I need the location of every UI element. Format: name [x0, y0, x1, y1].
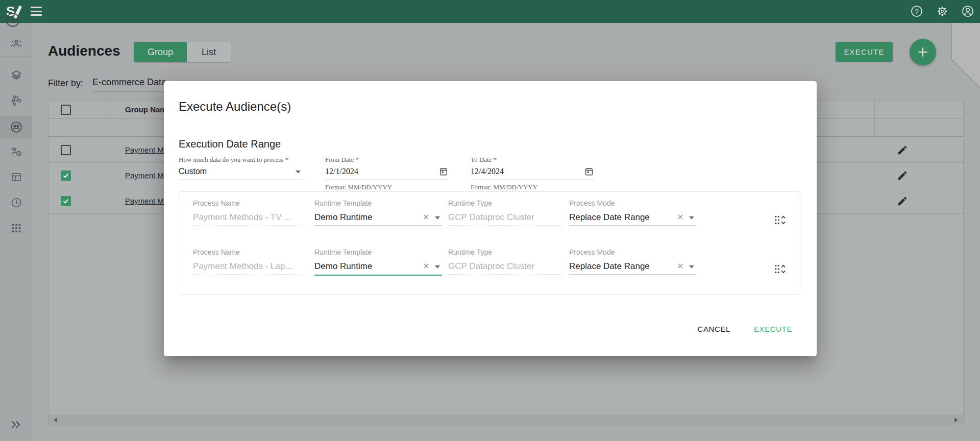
clear-icon[interactable] — [677, 213, 684, 220]
data-amount-field[interactable]: How much data do you want to process * C… — [179, 156, 303, 180]
edit-pencil-icon[interactable] — [897, 195, 908, 207]
sidebar-item-audiences[interactable] — [0, 116, 32, 138]
data-amount-value: Custom — [179, 167, 296, 180]
chevron-down-icon — [435, 265, 440, 268]
process-name-value: Payment Methods - Lap... — [193, 261, 306, 275]
process-mode-value: Replace Date Range — [569, 261, 677, 275]
left-nav-sidebar — [0, 23, 32, 441]
process-row: Process Name Payment Methods - Lap... Ru… — [179, 248, 800, 290]
runtime-template-field[interactable]: Runtime Template Demo Runtime — [314, 248, 442, 276]
data-amount-label: How much data do you want to process * — [179, 156, 303, 164]
drag-reorder-icon[interactable] — [773, 262, 787, 276]
clear-icon[interactable] — [423, 262, 430, 270]
layout-icon — [10, 171, 22, 183]
scroll-right-icon[interactable] — [954, 418, 958, 423]
edit-pencil-icon[interactable] — [897, 144, 908, 156]
execute-button-top[interactable]: EXECUTE — [836, 42, 893, 62]
sidebar-item-layout[interactable] — [0, 166, 32, 188]
sidebar-bottom-divider — [0, 411, 32, 411]
runtime-template-value: Demo Runtime — [314, 261, 423, 275]
side-panel-flap — [951, 23, 980, 88]
runtime-template-label: Runtime Template — [314, 248, 442, 259]
filter-by-label: Filter by: — [48, 78, 83, 89]
from-date-field[interactable]: From Date * 12/1/2024 Format: MM/DD/YYYY — [325, 156, 448, 191]
runtime-type-label: Runtime Type — [448, 199, 561, 210]
date-format-hint: Format: MM/DD/YYYY — [325, 183, 448, 191]
view-toggle: Group List — [134, 42, 231, 62]
clear-icon[interactable] — [677, 262, 684, 270]
layers-icon — [10, 69, 22, 82]
toggle-group-button[interactable]: Group — [134, 42, 187, 62]
process-name-label: Process Name — [193, 248, 306, 259]
settings-gear-icon[interactable] — [936, 5, 948, 17]
runtime-template-field[interactable]: Runtime Template Demo Runtime — [314, 199, 442, 226]
process-mode-field[interactable]: Process Mode Replace Date Range — [569, 199, 696, 226]
runtime-type-label: Runtime Type — [448, 248, 561, 259]
cancel-button[interactable]: CANCEL — [689, 320, 738, 337]
process-row: Process Name Payment Methods - TV ... Ru… — [179, 199, 800, 241]
process-list-card: Process Name Payment Methods - TV ... Ru… — [179, 191, 800, 295]
sidebar-item-apps[interactable] — [0, 217, 32, 239]
column-divider — [874, 101, 875, 137]
chevron-down-icon — [435, 216, 440, 219]
toggle-list-button[interactable]: List — [187, 42, 231, 62]
clock-icon — [10, 197, 22, 209]
runtime-type-field: Runtime Type GCP Dataproc Cluster — [448, 199, 561, 226]
drag-reorder-icon[interactable] — [773, 213, 787, 227]
process-mode-field[interactable]: Process Mode Replace Date Range — [569, 248, 696, 275]
svg-text:?: ? — [915, 8, 918, 15]
groups-icon — [10, 37, 23, 51]
dialog-title: Execute Audience(s) — [179, 100, 291, 114]
schema-icon — [10, 94, 22, 107]
edit-pencil-icon[interactable] — [897, 170, 908, 181]
to-date-label: To Date * — [471, 156, 594, 164]
clear-icon[interactable] — [423, 213, 430, 220]
people-clock-icon — [10, 145, 23, 158]
date-format-hint: Format: MM/DD/YYYY — [471, 183, 594, 191]
process-mode-label: Process Mode — [569, 248, 696, 259]
page-title: Audiences — [48, 43, 120, 59]
sidebar-item-audience-status[interactable] — [0, 140, 32, 163]
sidebar-item-schema[interactable] — [0, 89, 32, 112]
scroll-left-icon[interactable] — [54, 418, 57, 423]
row-checkbox[interactable] — [61, 196, 71, 206]
select-all-checkbox[interactable] — [61, 105, 71, 115]
sidebar-item-groups[interactable] — [0, 33, 32, 55]
runtime-type-field: Runtime Type GCP Dataproc Cluster — [448, 248, 561, 275]
activity-pulse-icon[interactable] — [5, 12, 21, 28]
process-mode-value: Replace Date Range — [569, 212, 677, 226]
execute-button[interactable]: EXECUTE — [746, 320, 800, 337]
process-name-field: Process Name Payment Methods - TV ... — [193, 199, 306, 226]
runtime-type-value: GCP Dataproc Cluster — [448, 261, 561, 275]
horizontal-scrollbar[interactable] — [48, 414, 963, 425]
add-button[interactable] — [910, 39, 936, 65]
process-name-field: Process Name Payment Methods - Lap... — [193, 248, 306, 275]
execute-audiences-dialog: Execute Audience(s) Execution Date Range… — [164, 81, 817, 356]
chevron-down-icon — [296, 170, 301, 174]
dialog-actions: CANCEL EXECUTE — [689, 320, 800, 337]
from-date-value[interactable]: 12/1/2024 — [325, 167, 439, 180]
from-date-label: From Date * — [325, 156, 448, 164]
sidebar-expand-icon[interactable] — [0, 413, 32, 436]
calendar-icon[interactable] — [584, 167, 594, 176]
audience-circle-icon — [10, 120, 23, 134]
calendar-icon[interactable] — [439, 167, 448, 176]
sidebar-item-schedule[interactable] — [0, 191, 32, 214]
runtime-template-label: Runtime Template — [314, 199, 442, 210]
apps-grid-icon — [11, 223, 22, 234]
runtime-type-value: GCP Dataproc Cluster — [448, 212, 561, 226]
sidebar-divider — [0, 56, 32, 57]
account-icon[interactable] — [962, 5, 974, 17]
chevron-down-icon — [689, 216, 694, 219]
plus-icon — [916, 45, 929, 59]
to-date-field[interactable]: To Date * 12/4/2024 Format: MM/DD/YYYY — [471, 156, 594, 191]
menu-icon[interactable] — [31, 7, 42, 16]
to-date-value[interactable]: 12/4/2024 — [471, 167, 584, 180]
runtime-template-value: Demo Runtime — [314, 212, 423, 226]
row-checkbox[interactable] — [61, 145, 71, 155]
row-checkbox[interactable] — [61, 170, 71, 181]
process-name-value: Payment Methods - TV ... — [193, 212, 306, 226]
help-icon[interactable]: ? — [911, 5, 923, 17]
process-mode-label: Process Mode — [569, 199, 696, 210]
sidebar-item-layers[interactable] — [0, 64, 32, 87]
